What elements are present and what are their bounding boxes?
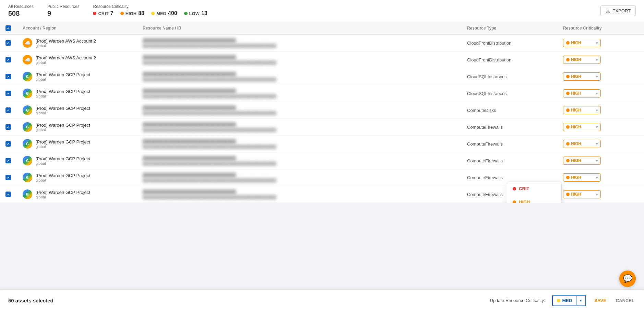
badge-label: HIGH: [571, 108, 581, 113]
gcp-icon: G: [23, 72, 32, 81]
criticality-badge-cell: HIGH ▾: [563, 173, 639, 182]
account-cell: G [Prod] Warden GCP Project global: [23, 173, 143, 182]
account-cell: ☁️ [Prod] Warden AWS Account 2 global: [23, 38, 143, 48]
badge-dot: [566, 125, 570, 129]
header-checkbox-cell[interactable]: [5, 25, 23, 31]
row-checkbox[interactable]: [5, 107, 11, 113]
account-region: global: [36, 145, 90, 149]
public-resources-label: Public Resources: [47, 4, 79, 9]
crit-count: 7: [110, 10, 114, 16]
criticality-badge-cell: HIGH ▾: [563, 190, 639, 198]
resource-id: ████████████████████████████████: [143, 72, 467, 77]
badge-arrow-icon: ▾: [596, 75, 598, 79]
badge-label: HIGH: [571, 91, 581, 96]
row-checkbox[interactable]: [5, 141, 11, 147]
resource-cell: ████████████████████████████████ ███████…: [143, 89, 467, 98]
account-cell: G [Prod] Warden GCP Project global: [23, 105, 143, 115]
export-button[interactable]: EXPORT: [600, 5, 636, 16]
badge-inner: HIGH: [566, 141, 581, 146]
resource-cell: ████████████████████████████████ ███████…: [143, 105, 467, 115]
account-info: [Prod] Warden AWS Account 2 global: [36, 55, 96, 65]
badge-label: HIGH: [571, 125, 581, 129]
account-info: [Prod] Warden GCP Project global: [36, 190, 90, 199]
dropdown-item-crit[interactable]: CRIT: [507, 182, 561, 195]
criticality-badge[interactable]: HIGH ▾: [563, 123, 601, 131]
row-checkbox-cell[interactable]: [5, 192, 23, 197]
criticality-badge-cell: HIGH ▾: [563, 72, 639, 81]
med-stat: MED 400: [151, 10, 177, 16]
row-checkbox-cell[interactable]: [5, 158, 23, 163]
resource-id: ████████████████████████████████: [143, 89, 467, 93]
select-all-checkbox[interactable]: [5, 25, 11, 31]
row-checkbox[interactable]: [5, 57, 11, 62]
high-dot: [120, 12, 124, 15]
resource-cell: ████████████████████████████████ ███████…: [143, 156, 467, 165]
resource-id: ████████████████████████████████: [143, 173, 467, 177]
criticality-badge[interactable]: HIGH ▾: [563, 106, 601, 114]
resource-type: CloudFrontDistribution: [467, 57, 563, 62]
all-resources-count: 508: [8, 10, 34, 18]
row-checkbox-cell[interactable]: [5, 141, 23, 147]
account-info: [Prod] Warden GCP Project global: [36, 156, 90, 165]
badge-label: HIGH: [571, 74, 581, 79]
badge-dot: [566, 58, 570, 61]
row-checkbox-cell[interactable]: [5, 57, 23, 62]
row-checkbox[interactable]: [5, 175, 11, 180]
badge-label: HIGH: [571, 141, 581, 146]
row-checkbox-cell[interactable]: [5, 74, 23, 79]
criticality-badge[interactable]: HIGH ▾: [563, 72, 601, 81]
criticality-badge[interactable]: HIGH ▾: [563, 190, 601, 198]
table-row: G [Prod] Warden GCP Project global █████…: [0, 85, 644, 102]
row-checkbox[interactable]: [5, 74, 11, 79]
account-cell: G [Prod] Warden GCP Project global: [23, 139, 143, 149]
badge-inner: HIGH: [566, 108, 581, 113]
account-region: global: [36, 195, 90, 199]
row-checkbox[interactable]: [5, 124, 11, 130]
export-icon: [606, 9, 610, 13]
gcp-icon: G: [23, 173, 32, 182]
resource-type: ComputeDisks: [467, 108, 563, 113]
badge-arrow-icon: ▾: [596, 41, 598, 45]
row-checkbox-cell[interactable]: [5, 40, 23, 46]
criticality-badge[interactable]: HIGH ▾: [563, 89, 601, 97]
resource-desc: ████████████████████████████████████████…: [143, 77, 467, 81]
criticality-badge[interactable]: HIGH ▾: [563, 157, 601, 165]
resource-type: ComputeFirewalls: [467, 158, 563, 163]
criticality-badge-cell: HIGH ▾: [563, 89, 639, 97]
type-header: Resource Type: [467, 26, 563, 31]
criticality-badge[interactable]: HIGH ▾: [563, 39, 601, 47]
account-region: global: [36, 60, 96, 65]
account-name: [Prod] Warden GCP Project: [36, 156, 90, 161]
row-checkbox-cell[interactable]: [5, 91, 23, 96]
resource-header: Resource Name / ID: [143, 26, 467, 31]
badge-label: HIGH: [571, 158, 581, 163]
criticality-badge[interactable]: HIGH ▾: [563, 140, 601, 148]
gcp-icon: G: [23, 189, 32, 199]
high-option-label: HIGH: [519, 199, 530, 203]
row-checkbox[interactable]: [5, 40, 11, 46]
dropdown-item-high[interactable]: HIGH: [507, 195, 561, 203]
row-checkbox[interactable]: [5, 91, 11, 96]
badge-dot: [566, 92, 570, 95]
criticality-badge[interactable]: HIGH ▾: [563, 173, 601, 182]
public-resources-stat: Public Resources 9: [47, 4, 79, 18]
row-checkbox-cell[interactable]: [5, 175, 23, 180]
badge-label: HIGH: [571, 57, 581, 62]
account-name: [Prod] Warden AWS Account 2: [36, 38, 96, 44]
account-region: global: [36, 77, 90, 81]
row-checkbox-cell[interactable]: [5, 124, 23, 130]
criticality-badge[interactable]: HIGH ▾: [563, 56, 601, 64]
row-checkbox[interactable]: [5, 192, 11, 197]
row-checkbox[interactable]: [5, 158, 11, 163]
criticality-dropdown[interactable]: CRIT HIGH MED LOW: [507, 182, 562, 203]
crit-name: CRIT: [98, 11, 108, 16]
high-stat: HIGH 88: [120, 10, 144, 16]
row-checkbox-cell[interactable]: [5, 107, 23, 113]
resource-cell: ████████████████████████████████ ███████…: [143, 189, 467, 199]
badge-arrow-icon: ▾: [596, 108, 598, 112]
high-count: 88: [138, 10, 144, 16]
account-name: [Prod] Warden AWS Account 2: [36, 55, 96, 60]
crit-dot: [93, 12, 96, 15]
all-resources-label: All Resources: [8, 4, 34, 9]
badge-arrow-icon: ▾: [596, 193, 598, 196]
